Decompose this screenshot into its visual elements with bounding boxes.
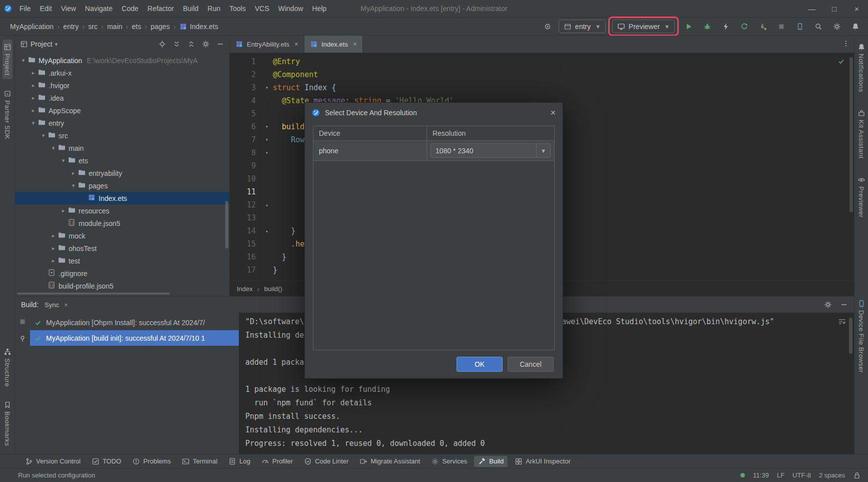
- run-button[interactable]: [681, 20, 696, 34]
- chevron-right-icon[interactable]: ▸: [29, 70, 38, 76]
- breadcrumb-item-myapplication[interactable]: MyApplication: [10, 23, 54, 31]
- tool-stripe-bookmarks[interactable]: Bookmarks: [3, 397, 13, 450]
- tool-stripe-project[interactable]: Project: [3, 40, 13, 79]
- toolwindow-version-control[interactable]: Version Control: [21, 456, 85, 467]
- stop-build-button[interactable]: [19, 318, 27, 326]
- build-event-row[interactable]: MyApplication [Ohpm Install]: successful…: [30, 315, 239, 330]
- breadcrumb-item-src[interactable]: src: [88, 23, 98, 31]
- tree-item-test[interactable]: ▸test: [15, 255, 229, 267]
- toolwindow-problems[interactable]: Problems: [128, 456, 175, 467]
- settings-button[interactable]: [829, 20, 844, 34]
- window-minimize-button[interactable]: —: [800, 0, 823, 17]
- status-lf[interactable]: LF: [777, 471, 784, 479]
- tool-stripe-structure[interactable]: Structure: [3, 344, 13, 390]
- build-tab-sync[interactable]: Sync ×: [45, 301, 68, 309]
- editor-tab-index-ets[interactable]: Index.ets×: [304, 36, 363, 53]
- editor-tab-entryability-ets[interactable]: EntryAbility.ets×: [230, 36, 304, 53]
- tree-item-index-ets[interactable]: Index.ets: [15, 192, 229, 204]
- breadcrumb-item-main[interactable]: main: [107, 23, 122, 31]
- collapse-all-button[interactable]: [187, 40, 195, 48]
- close-tab-icon[interactable]: ×: [294, 40, 298, 48]
- tree-item-gitignore[interactable]: .gitignore: [15, 267, 229, 280]
- fold-marker-icon[interactable]: ▾: [261, 133, 273, 146]
- cancel-button[interactable]: Cancel: [508, 357, 554, 372]
- chevron-down-icon[interactable]: ▾: [39, 132, 48, 139]
- window-close-button[interactable]: ×: [845, 0, 868, 17]
- previewer-select[interactable]: Previewer▼: [612, 20, 675, 33]
- editor-scrollbar[interactable]: [849, 57, 853, 212]
- tool-stripe-kit-assistant[interactable]: Kit Assistant: [856, 106, 866, 162]
- tool-stripe-partner-sdk[interactable]: SPartner SDK: [3, 86, 13, 143]
- chevron-right-icon[interactable]: ▸: [59, 207, 68, 214]
- chevron-right-icon[interactable]: ▸: [29, 82, 38, 89]
- status-utf-8[interactable]: UTF-8: [792, 471, 811, 479]
- breadcrumb-item-entry[interactable]: entry: [63, 23, 79, 31]
- menu-file[interactable]: File: [15, 2, 36, 15]
- tree-item-myapplication[interactable]: ▾MyApplicationE:\work\DevEcoStudioProjec…: [15, 54, 229, 67]
- menu-edit[interactable]: Edit: [36, 2, 57, 15]
- chevron-down-icon[interactable]: ▾: [69, 182, 78, 189]
- menu-window[interactable]: Window: [274, 2, 308, 15]
- menu-navigate[interactable]: Navigate: [81, 2, 117, 15]
- tree-item-idea[interactable]: ▸.idea: [15, 92, 229, 104]
- tool-stripe-device-file-browser[interactable]: Device File Browser: [856, 296, 866, 376]
- tree-item-mock[interactable]: ▸mock: [15, 229, 229, 242]
- tree-item-resources[interactable]: ▸resources: [15, 204, 229, 217]
- toolwindow-terminal[interactable]: Terminal: [178, 456, 221, 467]
- status-2-spaces[interactable]: 2 spaces: [819, 471, 845, 479]
- restart-button[interactable]: [737, 20, 752, 34]
- tool-stripe-notifications[interactable]: Notifications: [856, 40, 866, 96]
- chevron-down-icon[interactable]: ▼: [536, 144, 550, 157]
- expand-all-button[interactable]: [173, 40, 181, 48]
- breadcrumb-item-index-ets[interactable]: Index.ets: [179, 23, 218, 31]
- chevron-down-icon[interactable]: ▾: [29, 120, 38, 126]
- menu-build[interactable]: Build: [178, 2, 203, 15]
- device-table-row[interactable]: phone 1080 * 2340 ▼: [313, 141, 554, 161]
- close-tab-icon[interactable]: ×: [353, 40, 357, 48]
- toolwindow-migrate-assistant[interactable]: Migrate Assistant: [355, 456, 424, 467]
- chevron-down-icon[interactable]: ▾: [59, 157, 68, 164]
- hide-panel-button[interactable]: [216, 40, 224, 48]
- device-cell[interactable]: phone: [313, 141, 426, 160]
- chevron-down-icon[interactable]: ▾: [55, 41, 58, 48]
- chevron-right-icon[interactable]: ▸: [49, 245, 58, 252]
- fold-marker-icon[interactable]: ▾: [261, 120, 273, 133]
- debug-button[interactable]: [700, 20, 715, 34]
- breadcrumb-item-pages[interactable]: pages: [151, 23, 170, 31]
- search-everywhere-button[interactable]: [811, 20, 826, 34]
- chevron-right-icon[interactable]: ▸: [49, 232, 58, 239]
- tree-item-module-json5[interactable]: {}module.json5: [15, 217, 229, 229]
- resolution-dropdown[interactable]: 1080 * 2340 ▼: [430, 143, 551, 158]
- breadcrumb-item-ets[interactable]: ets: [132, 23, 141, 31]
- tree-item-pages[interactable]: ▾pages: [15, 179, 229, 192]
- tree-item-build-profile-json5[interactable]: {}build-profile.json5: [15, 280, 229, 291]
- project-panel-title[interactable]: Project: [31, 40, 53, 48]
- hide-build-panel-button[interactable]: [840, 301, 848, 309]
- fold-marker-icon[interactable]: ▴: [261, 198, 273, 211]
- tree-item-src[interactable]: ▾src: [15, 129, 229, 142]
- fold-marker-icon[interactable]: ▾: [261, 81, 273, 94]
- tree-item-hvigor[interactable]: ▸.hvigor: [15, 79, 229, 92]
- dialog-close-icon[interactable]: ×: [550, 108, 556, 117]
- chevron-right-icon[interactable]: ▸: [29, 107, 38, 114]
- toolwindow-arkui-inspector[interactable]: ArkUI Inspector: [511, 456, 575, 467]
- chevron-right-icon[interactable]: ▸: [49, 258, 58, 264]
- locate-file-button[interactable]: [158, 40, 166, 48]
- toolwindow-todo[interactable]: TODO: [88, 456, 125, 467]
- menu-tools[interactable]: Tools: [225, 2, 250, 15]
- tree-item-entryability[interactable]: ▸entryability: [15, 167, 229, 179]
- chevron-down-icon[interactable]: ▾: [49, 145, 58, 151]
- window-maximize-button[interactable]: □: [823, 0, 845, 17]
- close-tab-icon[interactable]: ×: [64, 301, 68, 309]
- toolwindow-code-linter[interactable]: Code Linter: [300, 456, 352, 467]
- editor-breadcrumb-index[interactable]: Index: [237, 285, 253, 293]
- fold-marker-icon[interactable]: ▴: [261, 224, 273, 237]
- toolwindow-log[interactable]: Log: [224, 456, 254, 467]
- tool-stripe-previewer[interactable]: Previewer: [856, 172, 866, 221]
- build-settings-button[interactable]: [824, 301, 832, 309]
- status-11-39[interactable]: 11:39: [753, 471, 769, 479]
- toolwindow-build[interactable]: Build: [474, 456, 508, 467]
- fold-marker-icon[interactable]: ▾: [261, 146, 273, 159]
- notifications-button[interactable]: [848, 20, 863, 34]
- pin-output-button[interactable]: [19, 335, 27, 343]
